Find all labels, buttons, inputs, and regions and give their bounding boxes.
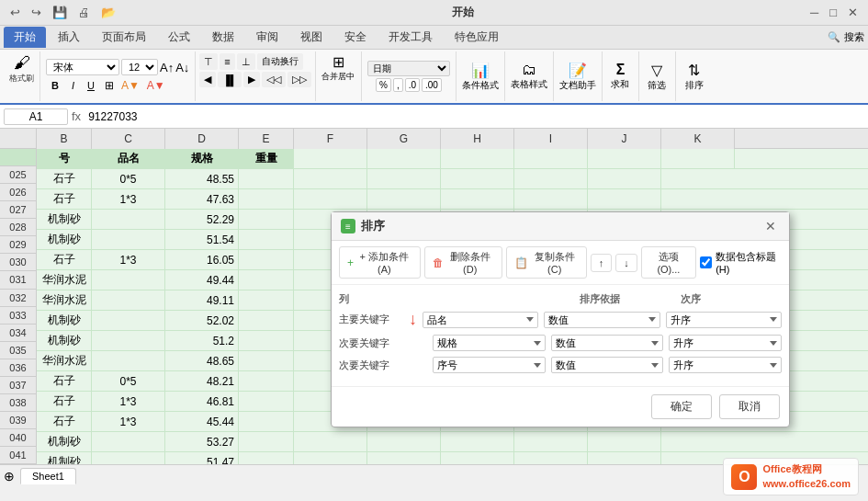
align-bottom-button[interactable]: ⊥ xyxy=(237,53,255,70)
font-name-select[interactable]: 宋体 xyxy=(46,59,119,75)
border-icon[interactable]: ⊞ xyxy=(102,78,117,93)
row-header-10[interactable]: 034 xyxy=(0,325,36,342)
col-header-F[interactable]: F xyxy=(294,129,367,149)
cell-name-box[interactable] xyxy=(4,108,68,125)
decrease-decimal-button[interactable]: .00 xyxy=(422,78,442,92)
row-header-11[interactable]: 035 xyxy=(0,342,36,359)
cell-c-10[interactable]: 0*5 xyxy=(92,371,165,391)
row-header-16[interactable]: 040 xyxy=(0,429,36,447)
cell-b-1[interactable]: 石子 xyxy=(37,189,92,209)
row-header-14[interactable]: 038 xyxy=(0,394,36,412)
col-header-C[interactable]: C xyxy=(92,129,165,149)
cell-e-5[interactable] xyxy=(239,270,294,290)
cell-e-9[interactable] xyxy=(239,351,294,370)
header-cell-d[interactable]: 规格 xyxy=(165,149,239,168)
cell-b-9[interactable]: 华润水泥 xyxy=(37,351,92,370)
row-header-9[interactable]: 033 xyxy=(0,307,36,325)
add-condition-button[interactable]: + + 添加条件(A) xyxy=(339,246,421,279)
sort-col-1-select[interactable]: 品名 xyxy=(423,312,538,328)
increase-decimal-button[interactable]: .0 xyxy=(405,78,420,92)
sort-order-2-select[interactable]: 升序 xyxy=(669,335,782,351)
cell-e-10[interactable] xyxy=(239,371,294,391)
cell-b-13[interactable]: 机制砂 xyxy=(37,432,92,451)
tab-data[interactable]: 数据 xyxy=(202,27,244,48)
align-right-button[interactable]: ▶ xyxy=(243,72,260,87)
cell-d-3[interactable]: 51.54 xyxy=(165,230,239,249)
cell-e-13[interactable] xyxy=(239,432,294,451)
percent-button[interactable]: % xyxy=(376,78,391,92)
cell-d-9[interactable]: 48.65 xyxy=(165,351,239,370)
cell-e-8[interactable] xyxy=(239,331,294,350)
col-header-E[interactable]: E xyxy=(239,129,294,149)
cancel-button[interactable]: 取消 xyxy=(719,394,780,419)
cell-b-10[interactable]: 石子 xyxy=(37,371,92,391)
sort-basis-1-select[interactable]: 数值 xyxy=(544,312,659,328)
cell-e-14[interactable] xyxy=(239,452,294,464)
cell-b-8[interactable]: 机制砂 xyxy=(37,331,92,350)
cell-d-10[interactable]: 48.21 xyxy=(165,371,239,391)
font-increase-icon[interactable]: A↑ xyxy=(160,61,174,74)
search-label[interactable]: 搜索 xyxy=(844,30,864,44)
row-header-6[interactable]: 030 xyxy=(0,254,36,271)
underline-button[interactable]: U xyxy=(82,77,100,94)
row-header-4[interactable]: 028 xyxy=(0,219,36,236)
cell-d-0[interactable]: 48.55 xyxy=(165,169,239,188)
header-cell-b[interactable]: 号 xyxy=(37,149,92,168)
filter-button[interactable]: ▽ 筛选 xyxy=(639,51,676,101)
align-middle-button[interactable]: ≡ xyxy=(220,53,234,70)
cell-e-7[interactable] xyxy=(239,311,294,330)
thousands-button[interactable]: , xyxy=(393,78,403,92)
formula-input[interactable] xyxy=(85,110,864,123)
row-header-0[interactable] xyxy=(0,149,36,166)
cell-b-12[interactable]: 石子 xyxy=(37,412,92,431)
save-icon[interactable]: 💾 xyxy=(50,5,70,20)
col-header-B[interactable]: B xyxy=(37,129,92,149)
undo-icon[interactable]: ↩ xyxy=(7,5,23,20)
bold-button[interactable]: B xyxy=(46,77,64,94)
maximize-icon[interactable]: □ xyxy=(827,5,840,20)
delete-condition-button[interactable]: 🗑 删除条件(D) xyxy=(424,246,502,279)
row-header-8[interactable]: 032 xyxy=(0,290,36,307)
cell-b-2[interactable]: 机制砂 xyxy=(37,210,92,229)
cell-b-11[interactable]: 石子 xyxy=(37,392,92,411)
cell-d-11[interactable]: 46.81 xyxy=(165,392,239,411)
tab-formula[interactable]: 公式 xyxy=(158,27,200,48)
has-header-checkbox[interactable] xyxy=(700,256,712,268)
tab-home[interactable]: 开始 xyxy=(4,27,46,48)
row-header-13[interactable]: 037 xyxy=(0,377,36,394)
italic-button[interactable]: I xyxy=(66,77,80,94)
format-brush-icon[interactable]: 🖌 xyxy=(14,53,30,73)
header-cell-e[interactable]: 重量 xyxy=(239,149,294,168)
cell-c-1[interactable]: 1*3 xyxy=(92,189,165,209)
cell-c-3[interactable] xyxy=(92,230,165,249)
cell-c-6[interactable] xyxy=(92,290,165,310)
redo-icon[interactable]: ↪ xyxy=(28,5,44,20)
minimize-icon[interactable]: ─ xyxy=(807,5,821,20)
tab-special[interactable]: 特色应用 xyxy=(445,27,509,48)
row-header-2[interactable]: 026 xyxy=(0,184,36,201)
col-header-J[interactable]: J xyxy=(588,129,661,149)
tab-page-layout[interactable]: 页面布局 xyxy=(92,27,156,48)
cell-d-6[interactable]: 49.11 xyxy=(165,290,239,310)
cell-d-12[interactable]: 45.44 xyxy=(165,412,239,431)
cell-c-4[interactable]: 1*3 xyxy=(92,250,165,269)
align-left-button[interactable]: ◀ xyxy=(199,72,216,87)
col-header-G[interactable]: G xyxy=(367,129,441,149)
cell-b-5[interactable]: 华润水泥 xyxy=(37,270,92,290)
copy-condition-button[interactable]: 📋 复制条件(C) xyxy=(506,246,587,279)
cell-c-9[interactable] xyxy=(92,351,165,370)
cell-d-2[interactable]: 52.29 xyxy=(165,210,239,229)
options-button[interactable]: 选项(O)... xyxy=(641,246,697,279)
col-header-I[interactable]: I xyxy=(514,129,588,149)
font-color-icon[interactable]: A▼ xyxy=(144,78,168,93)
cell-c-11[interactable]: 1*3 xyxy=(92,392,165,411)
ok-button[interactable]: 确定 xyxy=(651,394,712,419)
cell-d-5[interactable]: 49.44 xyxy=(165,270,239,290)
align-center-button[interactable]: ▐▌ xyxy=(218,72,242,87)
tab-security[interactable]: 安全 xyxy=(334,27,377,48)
indent-dec-button[interactable]: ◁◁ xyxy=(262,72,286,87)
sort-button[interactable]: ⇅ 排序 xyxy=(676,51,713,101)
cell-e-0[interactable] xyxy=(239,169,294,188)
conditional-format-button[interactable]: 📊 条件格式 xyxy=(457,51,505,101)
row-header-7[interactable]: 031 xyxy=(0,271,36,289)
